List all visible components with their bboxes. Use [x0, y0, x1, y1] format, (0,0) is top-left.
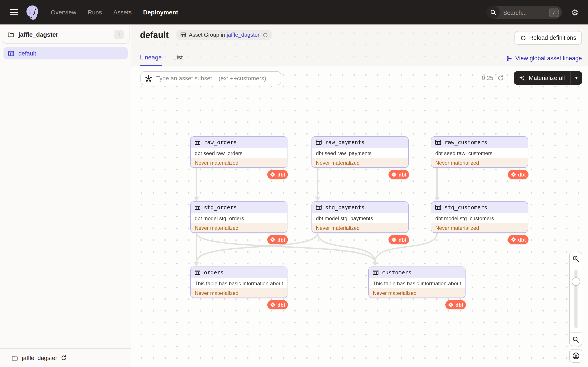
context-prefix: Asset Group in — [189, 32, 225, 38]
sidebar-item-label: default — [18, 50, 36, 57]
dbt-badge: dbt — [267, 300, 288, 309]
nav-runs[interactable]: Runs — [88, 9, 102, 16]
folder-icon — [11, 355, 18, 361]
asset-status: Never materialized — [312, 223, 408, 233]
refresh-icon — [520, 35, 526, 41]
materialize-all-button-group: Materialize all ▾ — [514, 71, 582, 85]
tab-list[interactable]: List — [173, 54, 183, 66]
dbt-badge: dbt — [445, 300, 466, 309]
asset-node-stg_payments[interactable]: stg_payments dbt model stg_payments Neve… — [311, 201, 409, 233]
search-icon — [486, 6, 500, 19]
dbt-badge-label: dbt — [455, 302, 463, 307]
zoom-slider[interactable] — [570, 265, 582, 333]
nav-overview[interactable]: Overview — [51, 9, 76, 16]
dbt-logo-icon — [391, 237, 397, 242]
asset-node-header: stg_orders — [191, 202, 287, 213]
nav-assets[interactable]: Assets — [113, 9, 132, 16]
asset-node-raw_customers[interactable]: raw_customers dbt seed raw_customers Nev… — [431, 136, 528, 168]
refresh-icon[interactable] — [262, 32, 268, 38]
asset-node-raw_orders[interactable]: raw_orders dbt seed raw_orders Never mat… — [190, 136, 287, 168]
asset-subset-input[interactable] — [155, 75, 277, 82]
page-header: default Asset Group in jaffle_dagster Re… — [131, 25, 588, 67]
download-graph-button[interactable] — [569, 349, 582, 363]
asset-description: dbt seed raw_customers — [431, 148, 528, 158]
reload-definitions-label: Reload definitions — [529, 34, 576, 41]
asset-description: dbt model stg_orders — [191, 213, 287, 223]
table-icon — [372, 269, 379, 276]
table-icon — [435, 139, 441, 145]
dbt-badge-label: dbt — [277, 237, 285, 242]
search-input[interactable] — [502, 6, 544, 20]
table-icon — [194, 204, 201, 211]
dbt-logo-icon — [270, 302, 276, 308]
asset-node-header: stg_payments — [312, 202, 408, 213]
primary-nav: Overview Runs Assets Deployment — [51, 9, 178, 16]
asset-group-icon — [8, 50, 14, 57]
tab-lineage[interactable]: Lineage — [140, 54, 162, 66]
asset-node-orders[interactable]: orders This table has basic information … — [190, 267, 287, 298]
search-shortcut-key: / — [549, 8, 559, 17]
lineage-graph-canvas[interactable]: raw_orders dbt seed raw_orders Never mat… — [131, 67, 588, 367]
zoom-slider-handle[interactable] — [571, 277, 580, 286]
dbt-badge: dbt — [267, 235, 288, 244]
asset-node-header: orders — [191, 267, 287, 278]
asset-node-customers[interactable]: customers This table has basic informati… — [368, 267, 466, 298]
gear-icon[interactable]: ⚙ — [570, 7, 580, 17]
view-global-asset-lineage-link[interactable]: View global asset lineage — [506, 55, 582, 62]
top-navigation-bar: Overview Runs Assets Deployment / ⚙ — [0, 0, 588, 25]
asset-description: dbt model stg_payments — [312, 213, 408, 223]
dbt-badge: dbt — [389, 235, 409, 244]
asset-groups-sidebar: jaffle_dagster 1 default jaffle_dagster — [0, 25, 132, 367]
dbt-logo-icon — [510, 172, 516, 177]
asset-subset-filter[interactable] — [140, 71, 281, 85]
view-tabs: Lineage List — [140, 54, 183, 66]
asset-node-header: stg_customers — [431, 202, 528, 213]
sidebar-repo-jaffle-dagster[interactable]: jaffle_dagster 1 — [2, 26, 130, 44]
nav-deployment[interactable]: Deployment — [143, 9, 178, 16]
asset-node-stg_customers[interactable]: stg_customers dbt model stg_customers Ne… — [431, 201, 528, 233]
zoom-in-button[interactable] — [570, 252, 582, 265]
asset-status: Never materialized — [431, 223, 528, 233]
dagster-logo-icon[interactable] — [25, 5, 40, 20]
view-global-asset-lineage-label: View global asset lineage — [515, 55, 582, 62]
asset-status: Never materialized — [191, 223, 287, 233]
dbt-logo-icon — [270, 237, 276, 242]
sidebar-item-default-group[interactable]: default — [3, 47, 128, 59]
reload-definitions-button[interactable]: Reload definitions — [514, 31, 582, 45]
repo-link[interactable]: jaffle_dagster — [227, 32, 260, 38]
asset-status: Never materialized — [312, 158, 408, 167]
dbt-logo-icon — [448, 302, 454, 308]
dbt-badge-label: dbt — [277, 172, 285, 177]
dbt-badge-label: dbt — [398, 172, 406, 177]
table-icon — [194, 139, 201, 145]
materialize-all-label: Materialize all — [529, 75, 565, 81]
dbt-badge: dbt — [508, 170, 528, 179]
asset-name: raw_payments — [325, 139, 365, 145]
asset-name: raw_orders — [204, 139, 237, 145]
dagster-app: Overview Runs Assets Deployment / ⚙ jaff… — [0, 0, 588, 367]
global-search[interactable]: / — [486, 6, 562, 19]
asset-node-raw_payments[interactable]: raw_payments dbt seed raw_payments Never… — [311, 136, 409, 168]
dbt-badge: dbt — [267, 170, 288, 179]
materialize-options-caret[interactable]: ▾ — [570, 71, 582, 85]
refresh-icon[interactable] — [498, 75, 504, 81]
table-icon — [315, 204, 322, 211]
dbt-badge: dbt — [508, 235, 528, 244]
repo-count-badge: 1 — [114, 30, 124, 39]
table-icon — [315, 139, 322, 145]
dbt-badge-label: dbt — [518, 172, 526, 177]
dbt-badge-label: dbt — [398, 237, 406, 242]
lineage-graph-icon — [506, 55, 512, 61]
dbt-badge-label: dbt — [518, 237, 526, 242]
menu-icon[interactable] — [10, 9, 18, 15]
asset-name: customers — [382, 269, 411, 276]
asset-name: stg_orders — [204, 204, 237, 211]
materialize-all-button[interactable]: Materialize all — [514, 75, 570, 81]
zoom-out-button[interactable] — [570, 333, 582, 346]
dbt-logo-icon — [391, 172, 397, 177]
dbt-logo-icon — [270, 172, 276, 177]
asset-node-stg_orders[interactable]: stg_orders dbt model stg_orders Never ma… — [190, 201, 287, 233]
refresh-icon[interactable] — [61, 355, 67, 361]
asset-name: raw_customers — [444, 139, 487, 145]
table-icon — [194, 269, 201, 276]
